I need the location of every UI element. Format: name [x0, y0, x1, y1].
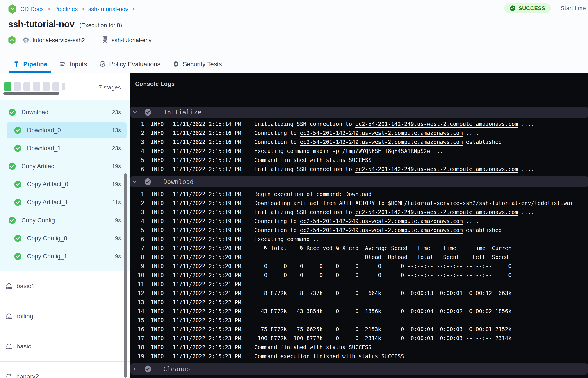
- log-timestamp: 11/11/2022 2:15:19 PM: [173, 199, 241, 208]
- log-message-text: ....: [518, 166, 534, 172]
- log-timestamp: 11/11/2022 2:15:20 PM: [173, 244, 241, 253]
- environment-name[interactable]: ssh-tutorial-env: [111, 37, 152, 44]
- pipeline-strategy-icon: [5, 312, 13, 320]
- tab-inputs[interactable]: Inputs: [59, 56, 87, 73]
- log-line: 5INFO11/11/2022 2:15:17 PMCommand finish…: [130, 156, 588, 165]
- log-timestamp: 11/11/2022 2:15:16 PM: [173, 129, 241, 138]
- log-message-text: 0 0 0 0 0 0 0 0 --:--:-- --:--:-- --:--:…: [254, 272, 512, 278]
- tab-label: Policy Evaluations: [109, 61, 160, 68]
- log-line: 1INFO11/11/2022 2:15:18 PMBegin executio…: [130, 190, 588, 199]
- breadcrumb-link[interactable]: CD Docs: [20, 6, 44, 13]
- stage-success-check-icon: [14, 253, 22, 260]
- log-line-number: 5: [130, 226, 144, 235]
- log-line-number: 11: [130, 280, 144, 289]
- stage-progress-scrollbar[interactable]: [3, 92, 59, 94]
- stage-count-label: 7 stages: [99, 83, 121, 92]
- log-message: 0 0 0 0 0 0 0 0 --:--:-- --:--:-- --:--:…: [254, 263, 512, 270]
- log-message-text: 8 8772k 8 737k 0 0 664k 0 0:00:13 0:00:0…: [254, 290, 512, 297]
- log-host-link[interactable]: ec2-54-201-142-249.us-west-2.compute.ama…: [355, 209, 518, 215]
- log-timestamp: 11/11/2022 2:15:19 PM: [173, 208, 241, 217]
- log-message-text: Downloading artifact from ARTIFACTORY to…: [254, 200, 573, 206]
- log-line: 16INFO11/11/2022 2:15:23 PM 75 8772k 75 …: [130, 325, 588, 334]
- log-timestamp: 11/11/2022 2:15:22 PM: [173, 298, 241, 307]
- log-level: INFO: [151, 129, 164, 138]
- log-timestamp: 11/11/2022 2:15:23 PM: [173, 334, 241, 343]
- stage-row-download_0[interactable]: Download_0 13s: [0, 121, 130, 139]
- log-timestamp: 11/11/2022 2:15:23 PM: [173, 343, 241, 352]
- chevron-right-icon: [132, 366, 138, 372]
- log-section-header-download[interactable]: Download: [130, 176, 588, 188]
- log-message: Downloading artifact from ARTIFACTORY to…: [254, 200, 573, 206]
- log-message: % Total % Received % Xferd Average Speed…: [254, 245, 515, 251]
- stage-duration: 9s: [115, 235, 121, 242]
- breadcrumb-link[interactable]: ssh-tutorial-nov: [88, 6, 128, 13]
- stage-row-copy artifact_0[interactable]: Copy Artifact_0 19s: [0, 175, 130, 193]
- breadcrumb-link[interactable]: Pipelines: [54, 6, 78, 13]
- header-right: SUCCESS Start time: [504, 3, 588, 13]
- log-line-number: 8: [130, 253, 144, 262]
- log-line: 2INFO11/11/2022 2:15:16 PMConnecting to …: [130, 129, 588, 138]
- tab-pipeline[interactable]: Pipeline: [13, 56, 47, 73]
- pipeline-item-basic1[interactable]: basic1: [0, 271, 130, 301]
- log-line: 1INFO11/11/2022 2:15:14 PMInitializing S…: [130, 120, 588, 129]
- stage-row-copy config[interactable]: Copy Config 9s: [0, 211, 130, 229]
- pipeline-strategy-icon: [5, 343, 13, 350]
- log-host-link[interactable]: ec2-54-201-142-249.us-west-2.compute.ama…: [300, 218, 463, 224]
- sidebar-scrollbar[interactable]: [124, 174, 127, 378]
- log-message-text: Begin execution of command: Download: [254, 191, 372, 197]
- log-message: Initializing SSH connection to ec2-54-20…: [254, 166, 535, 172]
- log-line-number: 10: [130, 271, 144, 280]
- log-line: 13INFO11/11/2022 2:15:22 PM: [130, 298, 588, 307]
- stage-label: Download: [21, 109, 48, 116]
- log-level: INFO: [151, 289, 164, 298]
- log-section-header-initialize[interactable]: Initialize: [130, 107, 588, 118]
- pipeline-strategy-icon: [5, 282, 13, 290]
- log-host-link[interactable]: ec2-54-201-142-249.us-west-2.compute.ama…: [355, 166, 518, 172]
- stage-label: Copy Artifact_0: [27, 181, 68, 188]
- log-message-text: established: [463, 139, 502, 145]
- stage-row-copy artifact_1[interactable]: Copy Artifact_1 11s: [0, 193, 130, 211]
- service-name[interactable]: tutorial-service-ssh2: [32, 37, 85, 44]
- tab-security-tests[interactable]: Security Tests: [173, 56, 222, 73]
- log-host-link[interactable]: ec2-54-201-142-249.us-west-2.compute.ama…: [300, 227, 463, 233]
- breadcrumb: ∞ CD Docs>Pipelines>ssh-tutorial-nov>: [8, 4, 135, 14]
- log-level: INFO: [151, 156, 164, 165]
- log-line-number: 15: [130, 316, 144, 325]
- stage-row-copy config_1[interactable]: Copy Config_1 9s: [0, 247, 130, 265]
- stage-row-download_1[interactable]: Download_1 23s: [0, 139, 130, 157]
- tab-bar: PipelineInputsPolicy EvaluationsSecurity…: [13, 56, 222, 73]
- stage-duration: 9s: [115, 217, 121, 223]
- log-message-text: ....: [518, 121, 534, 127]
- log-host-link[interactable]: ec2-54-201-142-249.us-west-2.compute.ama…: [300, 139, 463, 145]
- service-env-row: ∞ ⚙ tutorial-service-ssh2 ssh-tutorial-e…: [8, 35, 152, 45]
- stage-row-copy config_0[interactable]: Copy Config_0 9s: [0, 229, 130, 247]
- log-line: 19INFO11/11/2022 2:15:23 PMCommand execu…: [130, 352, 588, 361]
- tab-policy-evaluations[interactable]: Policy Evaluations: [99, 56, 160, 73]
- log-line-number: 14: [130, 307, 144, 316]
- status-label: SUCCESS: [518, 5, 545, 12]
- log-section-header-cleanup[interactable]: Cleanup: [130, 363, 588, 375]
- log-message-text: ....: [463, 218, 479, 224]
- log-message: Connection to ec2-54-201-142-249.us-west…: [254, 139, 502, 145]
- log-message-text: Initializing SSH connection to: [254, 166, 355, 172]
- console-logs-title: Console Logs: [135, 81, 175, 87]
- log-message: Executing command mkdir -p /tmp/WYQNESE_…: [254, 148, 443, 154]
- stage-row-download[interactable]: Download 23s: [0, 103, 130, 121]
- pipeline-item-rolling[interactable]: rolling: [0, 301, 130, 331]
- console-logs-panel: Console Logs Initialize1INFO11/11/2022 2…: [130, 73, 588, 378]
- log-timestamp: 11/11/2022 2:15:16 PM: [173, 138, 241, 147]
- log-level: INFO: [151, 316, 164, 325]
- log-line-number: 18: [130, 343, 144, 352]
- pipeline-item-basic[interactable]: basic: [0, 331, 130, 362]
- log-line: 7INFO11/11/2022 2:15:20 PM % Total % Rec…: [130, 244, 588, 253]
- pipeline-item-canary2[interactable]: canary2: [0, 362, 130, 378]
- log-line-number: 1: [130, 190, 144, 199]
- stage-label: Copy Config: [21, 217, 55, 224]
- stage-row-copy artifact[interactable]: Copy Artifact 19s: [0, 157, 130, 175]
- log-message-text: Connecting to: [254, 218, 300, 224]
- log-message: Connection to ec2-54-201-142-249.us-west…: [254, 227, 502, 233]
- log-host-link[interactable]: ec2-54-201-142-249.us-west-2.compute.ama…: [355, 121, 518, 127]
- log-section-title: Cleanup: [163, 365, 190, 373]
- log-line-number: 16: [130, 325, 144, 334]
- log-host-link[interactable]: ec2-54-201-142-249.us-west-2.compute.ama…: [300, 130, 463, 136]
